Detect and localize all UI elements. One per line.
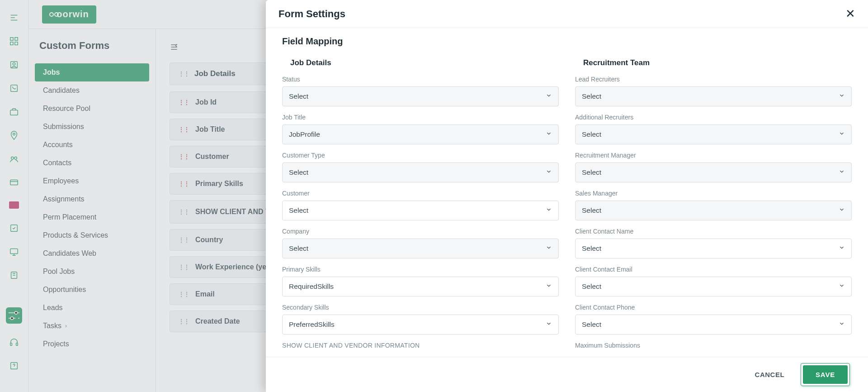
form-group: CompanySelect: [282, 228, 559, 258]
chevron-down-icon: [546, 282, 552, 291]
select-value: Select: [582, 92, 601, 100]
job-details-heading: Job Details: [282, 57, 559, 76]
field-label: SHOW CLIENT AND VENDOR INFORMATION: [282, 342, 559, 349]
select-job-title[interactable]: JobProfile: [282, 124, 559, 144]
form-group: Additional RecruitersSelect: [575, 114, 852, 144]
field-label: Customer Type: [282, 152, 559, 159]
field-label: Client Contact Email: [575, 266, 852, 273]
chevron-down-icon: [546, 206, 552, 215]
chevron-down-icon: [839, 206, 845, 215]
close-icon[interactable]: ✕: [845, 7, 855, 21]
select-value: PreferredSkills: [289, 320, 335, 329]
select-client-contact-email[interactable]: Select: [575, 277, 852, 296]
recruitment-team-column: Recruitment Team Lead RecruitersSelectAd…: [575, 57, 852, 356]
modal-body: Field Mapping Job Details StatusSelectJo…: [266, 28, 868, 357]
select-recruitment-manager[interactable]: Select: [575, 163, 852, 182]
field-label: Client Contact Phone: [575, 304, 852, 311]
select-value: Select: [582, 320, 601, 329]
form-group: Lead RecruitersSelect: [575, 76, 852, 106]
field-label: Secondary Skills: [282, 304, 559, 311]
chevron-down-icon: [839, 244, 845, 253]
chevron-down-icon: [546, 320, 552, 329]
form-group: Client Contact EmailSelect: [575, 266, 852, 296]
chevron-down-icon: [839, 282, 845, 291]
chevron-down-icon: [839, 320, 845, 329]
select-value: Select: [582, 206, 601, 215]
select-lead-recruiters[interactable]: Select: [575, 86, 852, 106]
select-value: Select: [582, 168, 601, 177]
field-label: Client Contact Name: [575, 228, 852, 235]
form-group: Sales ManagerSelect: [575, 190, 852, 220]
form-group: Job TitleJobProfile: [282, 114, 559, 144]
field-label: Primary Skills: [282, 266, 559, 273]
select-customer-type[interactable]: Select: [282, 163, 559, 182]
form-group: Customer TypeSelect: [282, 152, 559, 182]
form-group: Client Contact NameSelect: [575, 228, 852, 258]
select-secondary-skills[interactable]: PreferredSkills: [282, 315, 559, 335]
save-button-highlight: SAVE: [801, 363, 850, 386]
select-primary-skills[interactable]: RequiredSkills: [282, 277, 559, 296]
field-label: Customer: [282, 190, 559, 197]
field-label: Sales Manager: [575, 190, 852, 197]
field-label: Status: [282, 76, 559, 83]
chevron-down-icon: [839, 168, 845, 177]
modal-header: Form Settings ✕: [266, 0, 868, 28]
select-value: Select: [582, 130, 601, 139]
select-value: RequiredSkills: [289, 282, 334, 291]
select-additional-recruiters[interactable]: Select: [575, 124, 852, 144]
select-value: Select: [289, 168, 308, 177]
field-label: Lead Recruiters: [575, 76, 852, 83]
select-value: JobProfile: [289, 130, 320, 139]
field-label: Additional Recruiters: [575, 114, 852, 121]
modal-title: Form Settings: [278, 8, 345, 20]
form-group: StatusSelect: [282, 76, 559, 106]
select-value: Select: [289, 206, 308, 215]
field-mapping-title: Field Mapping: [282, 36, 852, 47]
select-customer[interactable]: Select: [282, 201, 559, 220]
chevron-down-icon: [546, 130, 552, 139]
form-group: Recruitment ManagerSelect: [575, 152, 852, 182]
field-label: Recruitment Manager: [575, 152, 852, 159]
select-sales-manager[interactable]: Select: [575, 201, 852, 220]
select-value: Select: [582, 244, 601, 253]
job-details-column: Job Details StatusSelectJob TitleJobProf…: [282, 57, 559, 356]
form-group: CustomerSelect: [282, 190, 559, 220]
select-value: Select: [289, 244, 308, 253]
select-status[interactable]: Select: [282, 86, 559, 106]
recruitment-team-heading: Recruitment Team: [575, 57, 852, 76]
modal-footer: CANCEL SAVE: [266, 357, 868, 392]
chevron-down-icon: [839, 92, 845, 100]
field-label: Maximum Submissions: [575, 342, 852, 349]
select-client-contact-phone[interactable]: Select: [575, 315, 852, 335]
select-client-contact-name[interactable]: Select: [575, 239, 852, 258]
select-value: Select: [582, 282, 601, 291]
chevron-down-icon: [839, 130, 845, 139]
form-group: Maximum Submissions: [575, 342, 852, 349]
select-company[interactable]: Select: [282, 239, 559, 258]
chevron-down-icon: [546, 244, 552, 253]
field-label: Company: [282, 228, 559, 235]
form-group: SHOW CLIENT AND VENDOR INFORMATION: [282, 342, 559, 349]
form-group: Client Contact PhoneSelect: [575, 304, 852, 335]
select-value: Select: [289, 92, 308, 100]
form-group: Primary SkillsRequiredSkills: [282, 266, 559, 296]
field-label: Job Title: [282, 114, 559, 121]
form-group: Secondary SkillsPreferredSkills: [282, 304, 559, 335]
cancel-button[interactable]: CANCEL: [755, 371, 785, 378]
chevron-down-icon: [546, 168, 552, 177]
save-button[interactable]: SAVE: [803, 365, 848, 384]
chevron-down-icon: [546, 92, 552, 100]
form-settings-modal: Form Settings ✕ Field Mapping Job Detail…: [266, 0, 868, 392]
